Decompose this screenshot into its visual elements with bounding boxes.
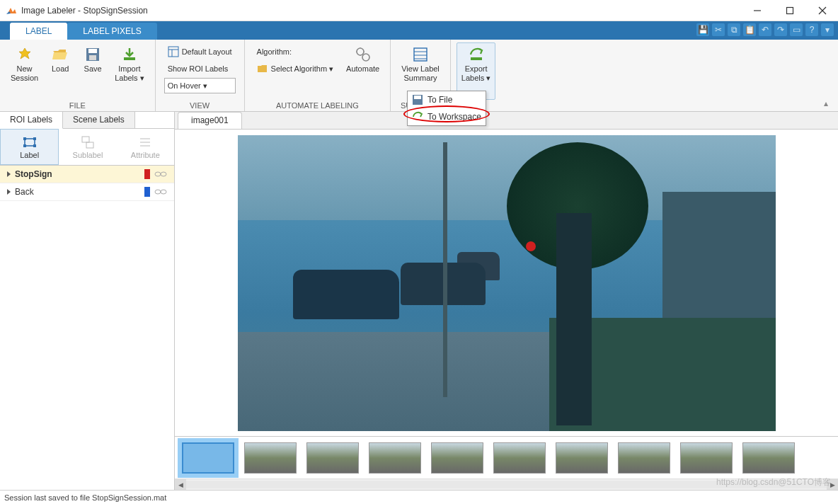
svg-point-30 [155,172,161,176]
content-area: ROI Labels Scene Labels Label Sublabel A… [0,112,838,490]
import-icon [121,46,138,63]
svg-point-33 [161,190,166,194]
label-row-back[interactable]: Back [0,183,174,201]
image-tab[interactable]: image001 [178,112,242,129]
status-text: Session last saved to file StopSignSessi… [4,493,166,502]
automate-button[interactable]: Automate [341,42,384,100]
color-swatch [144,187,150,197]
thumbnail[interactable] [493,442,546,474]
svg-point-11 [357,48,364,55]
tab-scene-labels[interactable]: Scene Labels [63,112,135,128]
svg-point-31 [161,172,166,176]
quick-access-toolbar: 💾 ✂ ⧉ 📋 ↶ ↷ ▭ ? ▾ [696,23,834,36]
select-algorithm-button[interactable]: Select Algorithm ▾ [253,61,338,76]
save-icon [412,94,423,105]
matlab-logo-icon [6,5,17,16]
titlebar: Image Labeler - StopSignSession [0,0,838,21]
algorithm-label: Algorithm: [253,44,338,59]
qat-undo-icon[interactable]: ↶ [759,23,771,36]
svg-rect-25 [82,137,89,142]
save-button[interactable]: Save [77,42,108,100]
displayed-image [238,135,776,431]
ribbon-group-view: Default Layout Show ROI Labels On Hover … [156,40,245,111]
qat-menu-icon[interactable]: ▾ [821,23,834,36]
svg-rect-7 [124,57,135,60]
window-title: Image Labeler - StopSignSession [21,6,747,16]
save-icon [84,46,101,63]
svg-rect-19 [414,96,421,99]
show-roi-labels-label: Show ROI Labels [164,61,236,76]
thumbnail[interactable] [556,442,608,474]
svg-rect-26 [86,142,93,148]
maximize-button[interactable] [780,4,800,18]
sublabel-icon [81,135,95,149]
svg-rect-17 [471,57,482,60]
svg-rect-6 [89,55,96,60]
thumbnail[interactable] [618,442,670,474]
scroll-left-icon[interactable]: ◀ [175,479,186,490]
tool-attribute[interactable]: Attribute [117,129,174,165]
load-button[interactable]: Load [45,42,76,100]
tab-label[interactable]: LABEL [10,23,67,40]
tool-label[interactable]: Label [0,129,59,165]
export-dropdown-menu: To File To Workspace [407,91,486,126]
svg-rect-21 [23,137,26,140]
watermark-text: https://blog.csdn@51CTO博客 [716,476,831,488]
ribbon-collapse-icon[interactable]: ▴ [824,98,835,110]
thumbnail[interactable] [742,442,795,474]
tool-sublabel[interactable]: Sublabel [59,129,116,165]
tab-label-pixels[interactable]: LABEL PIXELS [67,23,156,40]
export-to-workspace-item[interactable]: To Workspace [408,108,486,125]
ribbon-group-automate: Algorithm: Select Algorithm ▾ Automate A… [245,40,391,111]
qat-layout-icon[interactable]: ▭ [790,23,803,36]
expand-icon [7,189,11,195]
ribbon-group-file: New Session Load Save Import Labels ▾ FI… [0,40,156,111]
layout-icon [168,46,179,57]
svg-rect-22 [33,137,36,140]
svg-rect-20 [25,139,35,146]
thumbnail[interactable] [244,442,297,474]
close-button[interactable] [813,4,832,18]
svg-point-12 [362,54,369,61]
export-to-file-item[interactable]: To File [408,91,486,108]
svg-rect-8 [168,47,178,57]
svg-rect-1 [787,7,793,13]
color-swatch [144,169,150,179]
left-panel: ROI Labels Scene Labels Label Sublabel A… [0,112,175,490]
folder-open-icon [52,46,69,63]
rect-label-icon [23,135,37,149]
link-icon [154,170,167,178]
stopsign-marker [526,241,536,251]
ribbon-tabstrip: LABEL LABEL PIXELS 💾 ✂ ⧉ 📋 ↶ ↷ ▭ ? ▾ [0,21,838,40]
folder-icon [257,63,268,74]
new-session-icon [16,46,33,63]
thumbnail[interactable] [680,442,733,474]
status-bar: Session last saved to file StopSignSessi… [0,490,838,504]
svg-point-32 [155,190,161,194]
summary-icon [412,46,429,63]
export-arrow-icon [412,111,423,122]
label-row-stopsign[interactable]: StopSign [0,166,174,183]
qat-copy-icon[interactable]: ⧉ [728,23,740,36]
link-icon [154,188,167,196]
qat-save-icon[interactable]: 💾 [696,23,709,36]
default-layout-button[interactable]: Default Layout [164,44,236,59]
main-panel: image001 [175,112,838,490]
qat-redo-icon[interactable]: ↷ [774,23,787,36]
qat-help-icon[interactable]: ? [805,23,818,36]
tab-roi-labels[interactable]: ROI Labels [0,112,63,129]
automate-icon [355,46,372,63]
import-labels-button[interactable]: Import Labels ▾ [110,42,149,100]
svg-rect-24 [33,144,36,147]
thumbnail[interactable] [431,442,483,474]
qat-paste-icon[interactable]: 📋 [743,23,756,36]
attribute-icon [138,135,152,149]
new-session-button[interactable]: New Session [6,42,43,100]
thumbnail[interactable] [306,442,359,474]
minimize-button[interactable] [747,4,767,18]
thumbnail[interactable] [182,442,234,474]
qat-cut-icon[interactable]: ✂ [712,23,725,36]
image-canvas[interactable] [175,129,838,436]
show-roi-combo[interactable]: On Hover ▾ [164,78,236,93]
thumbnail[interactable] [369,442,421,474]
